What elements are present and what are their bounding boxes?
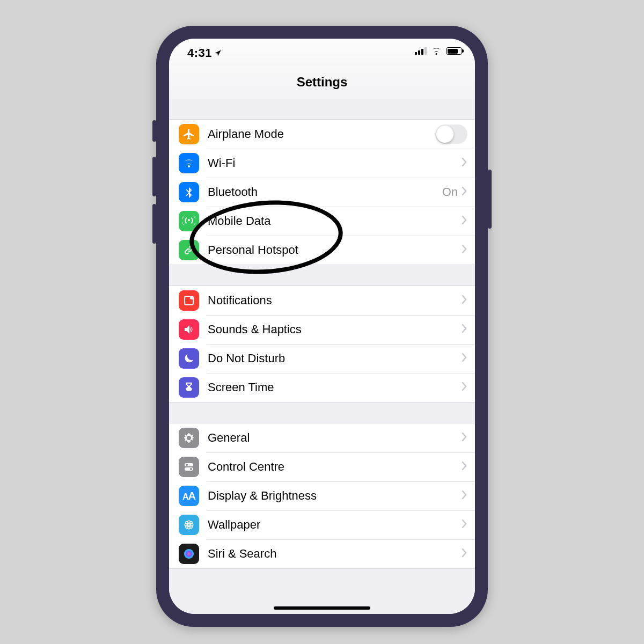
chevron-right-icon <box>461 186 467 198</box>
volume-up-button <box>152 157 156 196</box>
row-label: Screen Time <box>208 380 461 394</box>
row-label: Sounds & Haptics <box>208 323 461 336</box>
gear-icon <box>179 428 199 448</box>
status-bar: 4:31 <box>169 39 475 65</box>
row-label: Notifications <box>208 294 461 308</box>
airplane-icon <box>179 124 199 144</box>
cellular-icon <box>415 47 427 55</box>
nav-bar: Settings <box>169 65 475 99</box>
chevron-right-icon <box>461 519 467 531</box>
settings-row-wallpaper[interactable]: Wallpaper <box>169 510 475 539</box>
phone-frame: 4:31 Settings Airplane ModeWi-FiBluetoot… <box>156 26 488 627</box>
row-label: Do Not Disturb <box>208 352 461 365</box>
settings-group: GeneralControl CentreAADisplay & Brightn… <box>169 423 475 569</box>
settings-row-sounds-haptics[interactable]: Sounds & Haptics <box>169 315 475 344</box>
location-icon <box>214 49 222 57</box>
chevron-right-icon <box>461 157 467 169</box>
row-label: Airplane Mode <box>208 127 435 141</box>
settings-row-control-centre[interactable]: Control Centre <box>169 452 475 481</box>
svg-point-14 <box>190 526 192 528</box>
row-value: On <box>442 185 458 199</box>
row-label: Control Centre <box>208 460 461 474</box>
speaker-icon <box>179 319 199 340</box>
settings-group: NotificationsSounds & HapticsDo Not Dist… <box>169 286 475 402</box>
svg-point-13 <box>186 526 188 528</box>
settings-row-general[interactable]: General <box>169 423 475 452</box>
power-button <box>488 170 492 229</box>
settings-list[interactable]: Airplane ModeWi-FiBluetoothOnMobile Data… <box>169 99 475 614</box>
svg-point-5 <box>190 468 192 470</box>
settings-row-notifications[interactable]: Notifications <box>169 286 475 315</box>
mute-switch <box>152 120 156 142</box>
siri-icon <box>179 544 199 564</box>
toggle-switch[interactable] <box>435 125 467 144</box>
bluetooth-icon <box>179 182 199 202</box>
chevron-right-icon <box>461 295 467 306</box>
link-icon <box>179 240 199 260</box>
chevron-right-icon <box>461 353 467 364</box>
chevron-right-icon <box>461 215 467 227</box>
hourglass-icon <box>179 377 199 398</box>
row-label: Siri & Search <box>208 547 461 561</box>
flower-icon <box>179 515 199 535</box>
page-title: Settings <box>297 75 348 90</box>
wifi-icon <box>179 153 199 173</box>
settings-group: Airplane ModeWi-FiBluetoothOnMobile Data… <box>169 119 475 265</box>
row-label: Bluetooth <box>208 185 442 199</box>
chevron-right-icon <box>461 461 467 473</box>
svg-point-1 <box>190 296 193 299</box>
row-label: Display & Brightness <box>208 489 461 503</box>
svg-point-15 <box>184 549 194 559</box>
settings-row-mobile-data[interactable]: Mobile Data <box>169 207 475 236</box>
screen: 4:31 Settings Airplane ModeWi-FiBluetoot… <box>169 39 475 614</box>
volume-down-button <box>152 204 156 244</box>
svg-point-3 <box>186 464 188 466</box>
notif-icon <box>179 290 199 311</box>
battery-icon <box>446 47 462 55</box>
chevron-right-icon <box>461 324 467 335</box>
row-label: Mobile Data <box>208 214 461 228</box>
settings-row-display-brightness[interactable]: AADisplay & Brightness <box>169 481 475 510</box>
svg-point-12 <box>190 522 192 524</box>
antenna-icon <box>179 211 199 231</box>
settings-row-do-not-disturb[interactable]: Do Not Disturb <box>169 344 475 373</box>
wifi-icon <box>431 47 442 55</box>
row-label: Personal Hotspot <box>208 243 461 257</box>
aa-icon: AA <box>179 486 199 506</box>
moon-icon <box>179 348 199 369</box>
settings-row-personal-hotspot[interactable]: Personal Hotspot <box>169 236 475 265</box>
chevron-right-icon <box>461 244 467 256</box>
settings-row-bluetooth[interactable]: BluetoothOn <box>169 178 475 207</box>
chevron-right-icon <box>461 382 467 393</box>
row-label: Wallpaper <box>208 518 461 532</box>
chevron-right-icon <box>461 432 467 444</box>
svg-point-11 <box>186 522 188 524</box>
settings-row-airplane-mode[interactable]: Airplane Mode <box>169 119 475 149</box>
row-label: Wi-Fi <box>208 156 461 170</box>
home-indicator[interactable] <box>274 606 370 610</box>
switches-icon <box>179 457 199 477</box>
settings-row-screen-time[interactable]: Screen Time <box>169 373 475 402</box>
chevron-right-icon <box>461 548 467 560</box>
chevron-right-icon <box>461 490 467 502</box>
row-label: General <box>208 431 461 445</box>
settings-row-wi-fi[interactable]: Wi-Fi <box>169 149 475 178</box>
status-time: 4:31 <box>187 46 222 60</box>
svg-point-6 <box>188 524 190 526</box>
settings-row-siri-search[interactable]: Siri & Search <box>169 539 475 569</box>
